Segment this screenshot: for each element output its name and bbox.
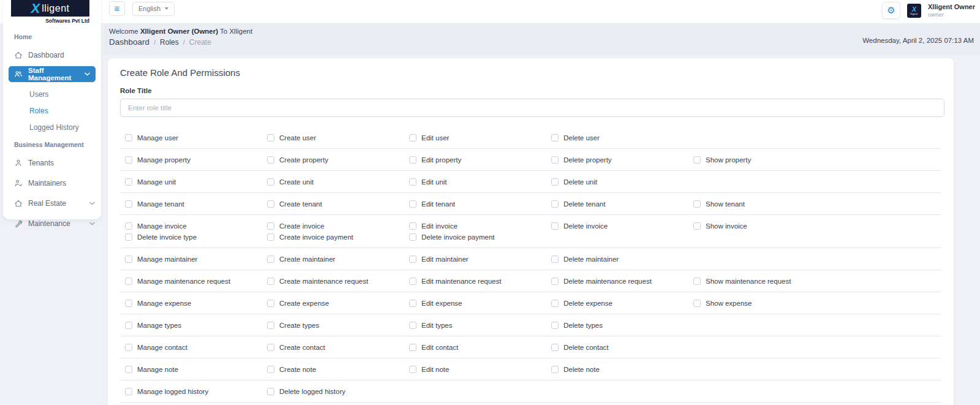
permission-item-edit-maintainer[interactable]: Edit maintainer (409, 254, 551, 263)
permission-item-show-expense[interactable]: Show expense (693, 298, 835, 308)
permission-item-edit-maintenance-request[interactable]: Edit maintenance request (409, 276, 551, 286)
permission-item-delete-expense[interactable]: Delete expense (551, 298, 693, 308)
permission-checkbox[interactable] (409, 300, 417, 307)
permission-checkbox[interactable] (125, 344, 132, 351)
permission-item-manage-expense[interactable]: Manage expense (125, 298, 267, 308)
sidebar-item-tenants[interactable]: Tenants (14, 157, 95, 168)
permission-item-edit-expense[interactable]: Edit expense (409, 298, 551, 308)
permission-item-delete-invoice-type[interactable]: Delete invoice type (125, 232, 267, 241)
permission-item-delete-maintenance-request[interactable]: Delete maintenance request (551, 276, 693, 286)
permission-item-show-tenant[interactable]: Show tenant (693, 199, 835, 208)
permission-item-manage-types[interactable]: Manage types (125, 320, 267, 330)
permission-item-create-note[interactable]: Create note (267, 365, 409, 374)
permission-checkbox[interactable] (125, 388, 132, 395)
permission-item-delete-types[interactable]: Delete types (551, 320, 693, 330)
permission-checkbox[interactable] (125, 222, 132, 230)
permission-checkbox[interactable] (267, 366, 274, 373)
breadcrumb-item-dashboard[interactable]: Dashboard (109, 37, 149, 47)
permission-checkbox[interactable] (409, 344, 417, 351)
permission-item-manage-contact[interactable]: Manage contact (125, 343, 267, 352)
permission-item-edit-tenant[interactable]: Edit tenant (409, 199, 551, 208)
permission-item-edit-user[interactable]: Edit user (409, 133, 551, 142)
permission-item-delete-contact[interactable]: Delete contact (551, 343, 693, 352)
permission-checkbox[interactable] (267, 156, 274, 164)
permission-checkbox[interactable] (125, 200, 132, 208)
permission-checkbox[interactable] (267, 233, 274, 241)
settings-button[interactable]: ⚙ (882, 2, 900, 19)
permission-checkbox[interactable] (267, 255, 274, 263)
permission-checkbox[interactable] (409, 134, 417, 142)
role-title-input[interactable] (120, 99, 944, 117)
permission-item-show-maintenance-request[interactable]: Show maintenance request (693, 276, 835, 286)
permission-checkbox[interactable] (409, 366, 417, 373)
permission-checkbox[interactable] (551, 366, 559, 373)
avatar[interactable]: X lligent (907, 4, 921, 18)
permission-checkbox[interactable] (551, 300, 559, 307)
permission-checkbox[interactable] (693, 222, 701, 230)
permission-checkbox[interactable] (551, 255, 559, 263)
permission-item-create-user[interactable]: Create user (267, 133, 409, 142)
permission-checkbox[interactable] (267, 222, 274, 230)
permission-checkbox[interactable] (551, 344, 559, 351)
language-dropdown[interactable]: English (132, 2, 175, 16)
sidebar-item-maintenance[interactable]: Maintenance (14, 218, 95, 229)
permission-item-delete-tenant[interactable]: Delete tenant (551, 199, 693, 208)
permission-item-create-invoice[interactable]: Create invoice (267, 221, 409, 230)
permission-checkbox[interactable] (125, 233, 132, 241)
sidebar-subitem-users[interactable]: Users (29, 90, 101, 99)
permission-checkbox[interactable] (267, 344, 274, 351)
permission-checkbox[interactable] (409, 178, 417, 186)
sidebar-item-staff-management[interactable]: Staff Management (9, 66, 96, 82)
permission-checkbox[interactable] (267, 134, 274, 142)
permission-item-create-invoice-payment[interactable]: Create invoice payment (267, 232, 409, 241)
sidebar-subitem-logged-history[interactable]: Logged History (29, 123, 101, 132)
permission-checkbox[interactable] (125, 178, 132, 186)
permission-checkbox[interactable] (267, 300, 274, 307)
permission-item-create-types[interactable]: Create types (267, 320, 409, 330)
permission-checkbox[interactable] (409, 233, 417, 241)
permission-checkbox[interactable] (125, 322, 132, 329)
permission-item-delete-note[interactable]: Delete note (551, 365, 693, 374)
permission-checkbox[interactable] (125, 300, 132, 307)
permission-item-create-maintainer[interactable]: Create maintainer (267, 254, 409, 263)
permission-item-manage-maintenance-request[interactable]: Manage maintenance request (125, 276, 267, 286)
permission-item-manage-user[interactable]: Manage user (125, 133, 267, 142)
sidebar-item-dashboard[interactable]: Dashboard (14, 50, 95, 61)
permission-item-create-property[interactable]: Create property (267, 155, 409, 164)
sidebar-subitem-roles[interactable]: Roles (29, 107, 101, 115)
permission-item-edit-types[interactable]: Edit types (409, 320, 551, 330)
menu-toggle-button[interactable]: ≡ (109, 1, 125, 16)
sidebar-item-maintainers[interactable]: Maintainers (14, 178, 95, 189)
permission-checkbox[interactable] (551, 222, 559, 230)
permission-checkbox[interactable] (693, 278, 701, 285)
permission-item-manage-unit[interactable]: Manage unit (125, 177, 267, 186)
permission-checkbox[interactable] (409, 255, 417, 263)
permission-item-delete-logged-history[interactable]: Delete logged history (267, 387, 409, 396)
permission-checkbox[interactable] (551, 156, 559, 164)
permission-checkbox[interactable] (267, 322, 274, 329)
permission-checkbox[interactable] (551, 134, 559, 142)
permission-checkbox[interactable] (551, 200, 559, 208)
permission-checkbox[interactable] (693, 156, 701, 164)
permission-checkbox[interactable] (267, 388, 274, 395)
permission-item-delete-unit[interactable]: Delete unit (551, 177, 693, 186)
permission-checkbox[interactable] (409, 278, 417, 285)
permission-checkbox[interactable] (409, 200, 417, 208)
permission-item-edit-contact[interactable]: Edit contact (409, 343, 551, 352)
permission-checkbox[interactable] (125, 278, 132, 285)
permission-checkbox[interactable] (693, 300, 701, 307)
permission-checkbox[interactable] (125, 366, 132, 373)
permission-item-manage-invoice[interactable]: Manage invoice (125, 221, 267, 230)
permission-checkbox[interactable] (693, 200, 701, 208)
permission-checkbox[interactable] (267, 200, 274, 208)
permission-item-edit-note[interactable]: Edit note (409, 365, 551, 374)
permission-item-create-contact[interactable]: Create contact (267, 343, 409, 352)
user-menu[interactable]: Xlligent Owner owner (928, 3, 976, 18)
permission-item-manage-property[interactable]: Manage property (125, 155, 267, 164)
permission-checkbox[interactable] (409, 156, 417, 164)
permission-item-create-tenant[interactable]: Create tenant (267, 199, 409, 208)
permission-checkbox[interactable] (267, 278, 274, 285)
permission-item-create-unit[interactable]: Create unit (267, 177, 409, 186)
permission-checkbox[interactable] (551, 178, 559, 186)
permission-item-create-maintenance-request[interactable]: Create maintenance request (267, 276, 409, 286)
